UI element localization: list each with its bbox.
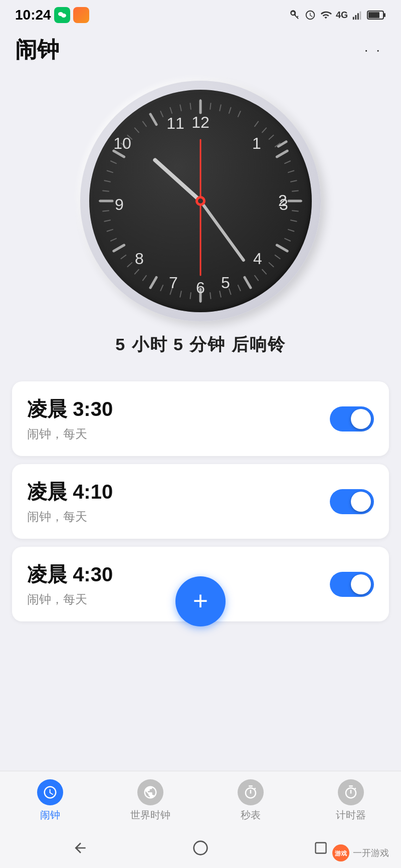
svg-line-15: [277, 151, 287, 157]
svg-line-21: [114, 245, 124, 251]
svg-line-57: [111, 239, 116, 241]
watermark-text: 一开游戏: [353, 847, 389, 859]
alarm-card-1[interactable]: 凌晨 3:30 闹钟，每天: [12, 381, 389, 456]
svg-line-25: [210, 103, 211, 109]
home-button[interactable]: [185, 833, 216, 863]
svg-text:1: 1: [252, 134, 261, 152]
svg-line-30: [262, 128, 266, 132]
alarm-tab-icon: [37, 779, 63, 805]
alarm-card-3[interactable]: 凌晨 4:30 闹钟，每天 +: [12, 547, 389, 621]
svg-line-26: [220, 105, 221, 111]
svg-line-59: [104, 220, 110, 221]
svg-text:10: 10: [113, 134, 131, 152]
svg-line-20: [150, 277, 156, 288]
svg-line-63: [107, 170, 113, 172]
svg-line-56: [121, 255, 126, 259]
stopwatch-tab-label: 秒表: [241, 808, 261, 822]
svg-line-50: [180, 291, 181, 297]
svg-line-35: [291, 180, 297, 181]
svg-line-71: [180, 105, 181, 111]
nav-tab-alarm[interactable]: 闹钟: [20, 779, 80, 822]
svg-line-17: [277, 245, 287, 251]
alarm-card-2[interactable]: 凌晨 4:10 闹钟，每天: [12, 464, 389, 539]
svg-rect-8: [384, 13, 385, 17]
status-right: 4G: [290, 10, 386, 21]
wechat-icon: [54, 7, 70, 23]
svg-line-53: [143, 276, 146, 281]
alarm-info-2: 凌晨 4:10 闹钟，每天: [27, 478, 113, 525]
more-button[interactable]: · ·: [360, 38, 386, 62]
svg-line-62: [104, 180, 110, 181]
app-red-icon: [73, 7, 89, 23]
toggle-knob-1: [351, 409, 371, 429]
alarm-time-1: 凌晨 3:30: [27, 395, 113, 423]
status-bar: 10:24 4G: [0, 0, 401, 27]
svg-line-42: [269, 263, 274, 267]
alarm-toggle-1[interactable]: [330, 406, 374, 431]
world-clock-tab-label: 世界时钟: [130, 808, 170, 822]
clock-center-inner: [198, 198, 203, 203]
svg-line-60: [103, 210, 109, 211]
svg-line-24: [150, 114, 156, 125]
back-button[interactable]: [65, 833, 95, 863]
alarm-label-2: 闹钟，每天: [27, 509, 113, 525]
svg-line-36: [292, 191, 298, 191]
svg-line-28: [238, 111, 241, 117]
clock-section: 12 1 2 3 4 5 6 7 8 9 10 11 5 小时: [0, 71, 401, 371]
world-clock-tab-icon: [137, 779, 163, 805]
svg-line-18: [245, 277, 251, 288]
toggle-knob-3: [351, 574, 371, 594]
alarm-time-3: 凌晨 4:30: [27, 561, 113, 588]
alarm-info-3: 凌晨 4:30 闹钟，每天: [27, 561, 113, 607]
alarm-toggle-3[interactable]: [330, 572, 374, 597]
svg-line-52: [160, 285, 163, 291]
svg-text:7: 7: [169, 274, 178, 292]
svg-line-47: [220, 291, 221, 297]
nav-tab-timer[interactable]: 计时器: [321, 779, 381, 822]
battery-icon: [367, 10, 386, 21]
status-time: 10:24: [15, 7, 51, 23]
signal-icon: [352, 10, 363, 21]
toggle-knob-2: [351, 492, 371, 512]
alarm-tab-label: 闹钟: [40, 808, 60, 822]
svg-line-48: [210, 293, 211, 299]
alarm-list: 凌晨 3:30 闹钟，每天 凌晨 4:10 闹钟，每天 凌晨 4:30 闹钟，每…: [0, 371, 401, 621]
page-header: 闹钟 · ·: [0, 27, 401, 71]
svg-line-29: [255, 121, 258, 126]
svg-line-39: [288, 230, 294, 232]
clock-svg: 12 1 2 3 4 5 6 7 8 9 10 11: [89, 90, 312, 312]
svg-line-64: [111, 161, 116, 163]
svg-line-55: [127, 263, 132, 267]
nav-tab-world-clock[interactable]: 世界时钟: [120, 779, 180, 822]
svg-point-1: [61, 14, 66, 18]
svg-text:12: 12: [191, 113, 210, 131]
system-nav-bar: 游戏 一开游戏: [0, 828, 401, 868]
svg-point-85: [194, 841, 208, 855]
svg-text:8: 8: [135, 250, 144, 268]
svg-text:4: 4: [253, 250, 262, 268]
svg-rect-2: [353, 17, 354, 20]
add-alarm-button[interactable]: +: [175, 576, 226, 626]
nav-tab-stopwatch[interactable]: 秒表: [221, 779, 281, 822]
svg-rect-7: [368, 12, 379, 18]
alarm-info-1: 凌晨 3:30 闹钟，每天: [27, 395, 113, 442]
svg-line-72: [190, 103, 191, 109]
svg-line-67: [135, 128, 139, 132]
bottom-nav: 闹钟 世界时钟 秒表 计时器: [0, 771, 401, 828]
svg-text:11: 11: [166, 114, 184, 132]
next-alarm-text: 5 小时 5 分钟 后响铃: [115, 333, 286, 356]
svg-line-43: [262, 270, 266, 274]
alarm-toggle-2[interactable]: [330, 489, 374, 514]
svg-line-49: [190, 293, 191, 299]
svg-line-34: [288, 170, 294, 172]
key-icon: [290, 10, 301, 21]
recent-button[interactable]: [306, 833, 336, 863]
svg-line-37: [292, 210, 298, 211]
alarm-time-2: 凌晨 4:10: [27, 478, 113, 506]
alarm-status-icon: [305, 10, 316, 21]
watermark: 游戏 一开游戏: [332, 844, 389, 862]
timer-tab-icon: [338, 779, 364, 805]
svg-line-33: [285, 161, 290, 163]
alarm-label-3: 闹钟，每天: [27, 591, 113, 607]
svg-line-58: [107, 230, 113, 232]
